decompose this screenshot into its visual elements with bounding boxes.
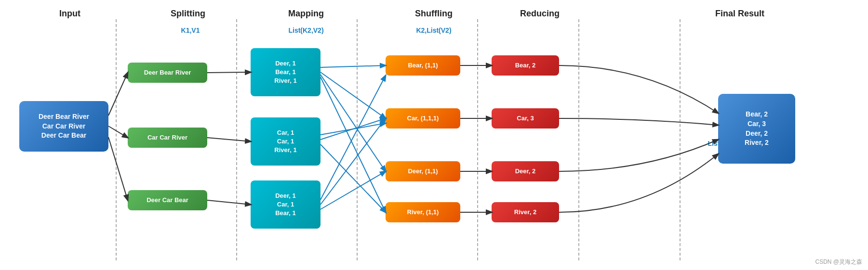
shuffle-node-0: Bear, (1,1) <box>386 55 460 76</box>
input-node: Deer Bear River Car Car River Deer Car B… <box>19 101 108 152</box>
map-node-1: Car, 1 Car, 1 River, 1 <box>251 117 320 166</box>
shuffle-node-2: Deer, (1,1) <box>386 161 460 181</box>
shuffle-node-1: Car, (1,1,1) <box>386 108 460 129</box>
separator-3 <box>357 19 358 260</box>
header-splitting: Splitting <box>149 9 227 19</box>
separator-5 <box>578 19 579 260</box>
separator-6 <box>680 19 681 260</box>
separator-4 <box>477 19 478 260</box>
reduce-node-3: River, 2 <box>492 202 559 222</box>
header-final: Final Result <box>689 9 790 19</box>
subheader-shuffling: K2,List(V2) <box>395 26 472 34</box>
reduce-node-1: Car, 3 <box>492 108 559 129</box>
header-mapping: Mapping <box>267 9 345 19</box>
final-node: Bear, 2 Car, 3 Deer, 2 River, 2 <box>718 94 795 164</box>
header-shuffling: Shuffling <box>395 9 472 19</box>
subheader-mapping: List(K2,V2) <box>267 26 345 34</box>
reduce-node-0: Bear, 2 <box>492 55 559 76</box>
subheader-splitting: K1,V1 <box>159 26 222 34</box>
diagram: Input Splitting Mapping Shuffling Reduci… <box>0 0 868 270</box>
shuffle-node-3: River, (1,1) <box>386 202 460 222</box>
watermark: CSDN @灵海之森 <box>815 258 862 266</box>
split-node-2: Deer Car Bear <box>128 190 207 210</box>
map-node-2: Deer, 1 Car, 1 Bear, 1 <box>251 180 320 229</box>
separator-1 <box>116 19 117 260</box>
split-node-1: Car Car River <box>128 128 207 148</box>
separator-2 <box>236 19 237 260</box>
reduce-node-2: Deer, 2 <box>492 161 559 181</box>
header-reducing: Reducing <box>501 9 578 19</box>
map-node-0: Deer, 1 Bear, 1 River, 1 <box>251 48 320 96</box>
header-input: Input <box>39 9 101 19</box>
split-node-0: Deer Bear River <box>128 63 207 83</box>
